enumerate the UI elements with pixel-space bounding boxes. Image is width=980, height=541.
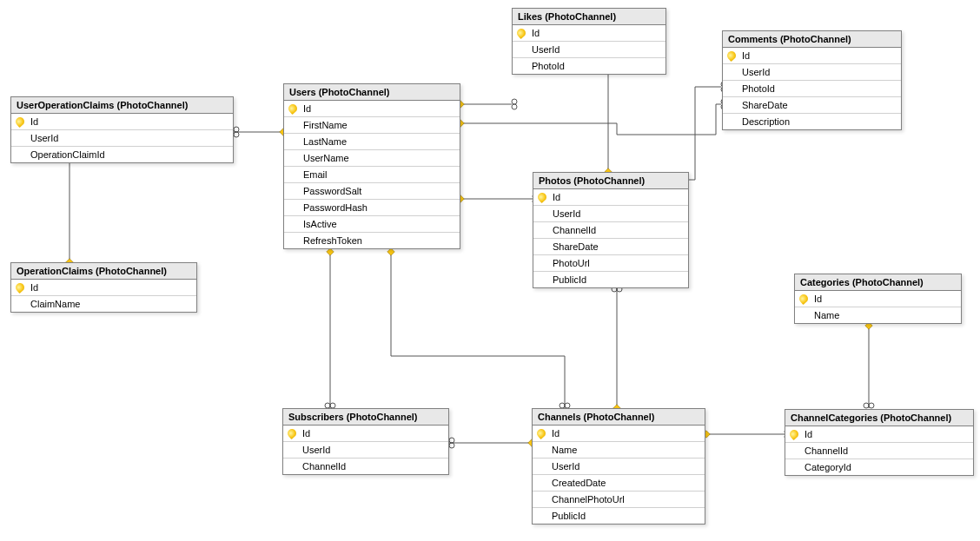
- column-id: Id: [785, 426, 973, 443]
- column-channelid: ChannelId: [533, 222, 688, 239]
- column-id: Id: [723, 48, 901, 64]
- column-passwordsalt: PasswordSalt: [284, 183, 460, 200]
- column-email: Email: [284, 167, 460, 183]
- column-photourl: PhotoUrl: [533, 255, 688, 272]
- svg-point-37: [864, 403, 869, 408]
- column-firstname: FirstName: [284, 117, 460, 134]
- column-passwordhash: PasswordHash: [284, 200, 460, 216]
- svg-rect-8: [387, 248, 394, 255]
- table-user-operation-claims[interactable]: UserOperationClaims (PhotoChannel) Id Us…: [10, 96, 234, 163]
- column-operationclaimid: OperationClaimId: [11, 147, 233, 162]
- table-comments[interactable]: Comments (PhotoChannel) Id UserId PhotoI…: [722, 30, 902, 130]
- table-title: Subscribers (PhotoChannel): [283, 409, 448, 426]
- svg-point-14: [234, 132, 239, 137]
- table-title: OperationClaims (PhotoChannel): [11, 263, 196, 280]
- column-name: Name: [533, 442, 705, 459]
- table-title: Likes (PhotoChannel): [513, 9, 665, 25]
- column-channelid: ChannelId: [785, 443, 973, 459]
- column-photoid: PhotoId: [723, 81, 901, 97]
- table-channels[interactable]: Channels (PhotoChannel) Id Name UserId C…: [532, 408, 705, 525]
- column-userid: UserId: [513, 42, 665, 58]
- svg-point-17: [512, 99, 517, 104]
- table-subscribers[interactable]: Subscribers (PhotoChannel) Id UserId Cha…: [282, 408, 449, 475]
- table-title: Channels (PhotoChannel): [533, 409, 705, 426]
- column-sharedate: ShareDate: [533, 239, 688, 255]
- svg-point-13: [234, 127, 239, 132]
- svg-point-34: [449, 443, 454, 448]
- table-operation-claims[interactable]: OperationClaims (PhotoChannel) Id ClaimN…: [10, 262, 197, 313]
- column-publicid: PublicId: [533, 272, 688, 287]
- column-id: Id: [795, 291, 961, 307]
- column-channelid: ChannelId: [283, 459, 448, 474]
- column-id: Id: [513, 25, 665, 42]
- svg-point-38: [869, 403, 874, 408]
- table-title: UserOperationClaims (PhotoChannel): [11, 97, 233, 114]
- column-userid: UserId: [723, 64, 901, 81]
- column-sharedate: ShareDate: [723, 97, 901, 114]
- svg-point-33: [449, 438, 454, 443]
- column-userid: UserId: [533, 459, 705, 475]
- table-title: ChannelCategories (PhotoChannel): [785, 410, 973, 426]
- table-users[interactable]: Users (PhotoChannel) Id FirstName LastNa…: [283, 83, 460, 249]
- column-userid: UserId: [11, 130, 233, 147]
- column-id: Id: [283, 426, 448, 442]
- column-channelphotourl: ChannelPhotoUrl: [533, 492, 705, 508]
- column-refreshtoken: RefreshToken: [284, 233, 460, 248]
- table-categories[interactable]: Categories (PhotoChannel) Id Name: [794, 274, 962, 324]
- column-userid: UserId: [283, 442, 448, 459]
- table-title: Photos (PhotoChannel): [533, 173, 688, 189]
- column-lastname: LastName: [284, 134, 460, 150]
- column-isactive: IsActive: [284, 216, 460, 233]
- column-userid: UserId: [533, 206, 688, 222]
- column-id: Id: [11, 280, 196, 296]
- column-photoid: PhotoId: [513, 58, 665, 74]
- column-publicid: PublicId: [533, 508, 705, 524]
- column-id: Id: [284, 101, 460, 117]
- column-createddate: CreatedDate: [533, 475, 705, 492]
- column-claimname: ClaimName: [11, 296, 196, 312]
- table-title: Comments (PhotoChannel): [723, 31, 901, 48]
- column-id: Id: [533, 189, 688, 206]
- table-likes[interactable]: Likes (PhotoChannel) Id UserId PhotoId: [512, 8, 666, 75]
- table-channel-categories[interactable]: ChannelCategories (PhotoChannel) Id Chan…: [785, 409, 974, 476]
- table-photos[interactable]: Photos (PhotoChannel) Id UserId ChannelI…: [533, 172, 689, 288]
- column-name: Name: [795, 307, 961, 323]
- svg-point-18: [512, 104, 517, 109]
- table-title: Users (PhotoChannel): [284, 84, 460, 101]
- column-description: Description: [723, 114, 901, 129]
- column-username: UserName: [284, 150, 460, 167]
- table-title: Categories (PhotoChannel): [795, 274, 961, 291]
- column-categoryid: CategoryId: [785, 459, 973, 475]
- column-id: Id: [533, 426, 705, 442]
- column-id: Id: [11, 114, 233, 130]
- svg-rect-7: [327, 248, 334, 255]
